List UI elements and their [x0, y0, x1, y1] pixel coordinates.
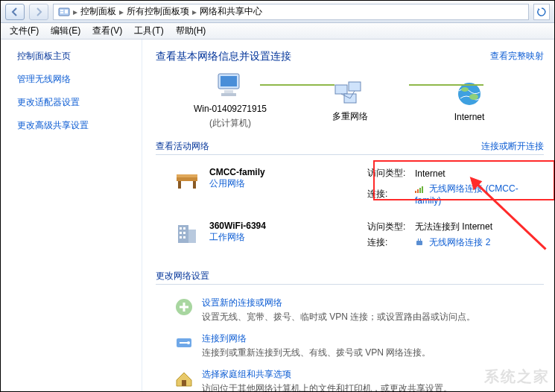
map-node-sublabel: (此计算机)	[209, 117, 251, 130]
sidebar-item-sharing-settings[interactable]: 更改高级共享设置	[17, 119, 134, 132]
breadcrumb-item[interactable]: 所有控制面板项	[127, 5, 189, 18]
task-desc: 连接到或重新连接到无线、有线、拨号或 VPN 网络连接。	[202, 347, 431, 359]
refresh-button[interactable]	[533, 4, 550, 20]
svg-rect-26	[180, 232, 182, 234]
menu-help[interactable]: 帮助(H)	[171, 23, 211, 39]
svg-rect-7	[221, 93, 236, 96]
menu-tools[interactable]: 工具(T)	[130, 23, 168, 39]
chevron-right-icon: ▸	[73, 7, 77, 17]
homegroup-icon	[174, 368, 194, 389]
view-full-map-link[interactable]: 查看完整映射	[490, 50, 544, 63]
svg-rect-25	[183, 227, 185, 230]
svg-marker-38	[467, 177, 482, 192]
task-item: 设置新的连接或网络 设置无线、宽带、拨号、临时或 VPN 连接；或设置路由器或访…	[156, 292, 544, 328]
svg-rect-29	[183, 236, 185, 238]
task-desc: 设置无线、宽带、拨号、临时或 VPN 连接；或设置路由器或访问点。	[202, 311, 475, 323]
new-connection-icon	[174, 297, 194, 317]
svg-point-13	[469, 94, 478, 100]
connection-label: 连接:	[367, 236, 415, 249]
nav-forward-button[interactable]	[29, 4, 48, 20]
adapter-icon	[415, 238, 424, 247]
sidebar-title: 控制面板主页	[17, 50, 134, 63]
sidebar: 控制面板主页 管理无线网络 更改适配器设置 更改高级共享设置	[1, 39, 142, 391]
map-node-label: Win-01409271915	[194, 104, 267, 114]
task-link[interactable]: 设置新的连接或网络	[202, 297, 475, 309]
task-item: 连接到网络 连接到或重新连接到无线、有线、拨号或 VPN 网络连接。	[156, 328, 544, 364]
control-panel-icon	[58, 6, 70, 18]
network-name: CMCC-family	[209, 167, 358, 177]
chevron-right-icon: ▸	[192, 7, 197, 17]
task-link[interactable]: 连接到网络	[202, 332, 431, 345]
task-desc: 访问位于其他网络计算机上的文件和打印机，或更改共享设置。	[202, 382, 452, 391]
sidebar-item-adapter-settings[interactable]: 更改适配器设置	[17, 96, 134, 109]
svg-rect-24	[180, 227, 182, 230]
svg-point-35	[187, 341, 190, 344]
connect-disconnect-link[interactable]: 连接或断开连接	[481, 140, 544, 153]
task-link[interactable]: 选择家庭组和共享选项	[202, 368, 452, 381]
svg-rect-6	[224, 90, 233, 93]
map-connector	[260, 84, 334, 86]
menu-view[interactable]: 查看(V)	[88, 23, 127, 39]
svg-rect-31	[418, 238, 419, 241]
map-node-label: Internet	[454, 112, 485, 122]
building-icon	[174, 221, 200, 247]
network-type-link[interactable]: 公用网络	[209, 178, 245, 189]
globe-icon	[452, 79, 486, 109]
nav-back-button[interactable]	[5, 4, 25, 20]
section-label: 查看活动网络	[156, 140, 209, 153]
svg-rect-2	[60, 12, 63, 13]
svg-rect-23	[188, 230, 196, 243]
network-name: 360WiFi-6394	[209, 221, 358, 231]
section-active-networks: 查看活动网络 连接或断开连接	[156, 140, 544, 155]
sidebar-item-manage-wireless[interactable]: 管理无线网络	[17, 73, 134, 86]
svg-point-12	[461, 87, 469, 92]
svg-rect-1	[60, 10, 63, 11]
network-map: Win-01409271915 (此计算机) 多重网络 Internet	[156, 71, 544, 130]
svg-rect-17	[177, 174, 197, 177]
task-item: 选择家庭组和共享选项 访问位于其他网络计算机上的文件和打印机，或更改共享设置。	[156, 364, 544, 391]
menu-edit[interactable]: 编辑(E)	[46, 23, 85, 39]
svg-rect-14	[177, 177, 197, 181]
access-type-label: 访问类型:	[367, 221, 415, 233]
svg-rect-15	[178, 181, 181, 189]
section-label: 更改网络设置	[156, 270, 209, 282]
menu-bar: 文件(F) 编辑(E) 查看(V) 工具(T) 帮助(H)	[1, 23, 554, 39]
breadcrumb[interactable]: ▸ 控制面板 ▸ 所有控制面板项 ▸ 网络和共享中心	[53, 4, 529, 20]
svg-rect-27	[183, 232, 185, 234]
svg-rect-9	[349, 82, 361, 91]
bench-icon	[174, 167, 200, 194]
svg-rect-28	[180, 236, 182, 238]
window-titlebar: ▸ 控制面板 ▸ 所有控制面板项 ▸ 网络和共享中心	[1, 1, 554, 23]
network-type-link[interactable]: 工作网络	[209, 232, 245, 242]
map-connector	[409, 84, 483, 86]
svg-point-11	[458, 83, 481, 105]
computer-icon	[213, 71, 247, 101]
svg-rect-8	[335, 85, 347, 94]
breadcrumb-item[interactable]: 控制面板	[80, 5, 116, 18]
svg-rect-16	[193, 181, 196, 189]
svg-rect-5	[221, 76, 237, 86]
menu-file[interactable]: 文件(F)	[5, 23, 43, 39]
page-title: 查看基本网络信息并设置连接	[156, 50, 544, 63]
connect-network-icon	[174, 332, 194, 353]
section-change-settings: 更改网络设置	[156, 270, 544, 285]
svg-rect-30	[416, 241, 422, 245]
breadcrumb-item[interactable]: 网络和共享中心	[200, 5, 262, 18]
chevron-right-icon: ▸	[119, 7, 124, 17]
map-node-computer: Win-01409271915 (此计算机)	[178, 71, 282, 130]
network-icon	[333, 78, 367, 107]
svg-rect-3	[65, 10, 68, 13]
map-node-label: 多重网络	[332, 110, 368, 123]
svg-rect-32	[420, 238, 421, 241]
svg-rect-36	[182, 380, 186, 386]
